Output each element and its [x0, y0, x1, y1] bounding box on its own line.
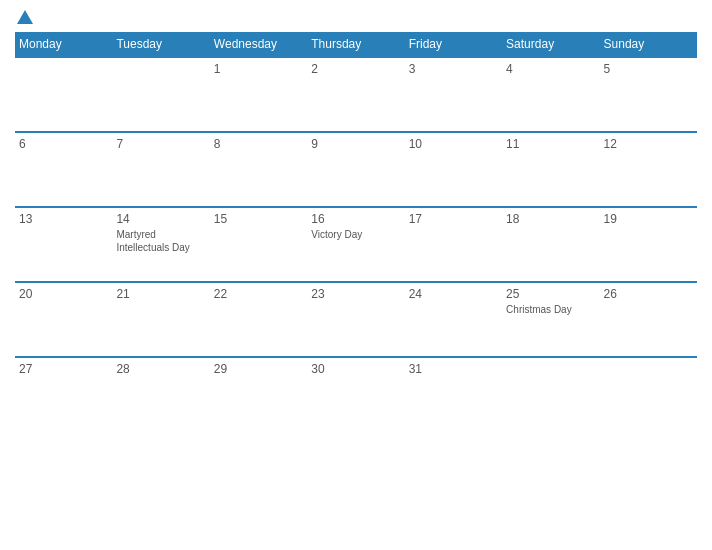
- calendar-cell: 4: [502, 57, 599, 132]
- day-number: 12: [604, 137, 693, 151]
- week-row-0: 12345: [15, 57, 697, 132]
- weekday-header-wednesday: Wednesday: [210, 32, 307, 57]
- day-number: 14: [116, 212, 205, 226]
- calendar-cell: 19: [600, 207, 697, 282]
- calendar-cell: 20: [15, 282, 112, 357]
- calendar-cell: 16Victory Day: [307, 207, 404, 282]
- calendar-cell: [600, 357, 697, 432]
- day-number: 20: [19, 287, 108, 301]
- calendar-cell: 10: [405, 132, 502, 207]
- calendar-cell: 3: [405, 57, 502, 132]
- week-row-2: 1314Martyred Intellectuals Day1516Victor…: [15, 207, 697, 282]
- day-number: 6: [19, 137, 108, 151]
- day-number: 1: [214, 62, 303, 76]
- calendar-cell: [112, 57, 209, 132]
- weekday-header-saturday: Saturday: [502, 32, 599, 57]
- week-row-4: 2728293031: [15, 357, 697, 432]
- calendar-cell: 13: [15, 207, 112, 282]
- calendar-cell: 28: [112, 357, 209, 432]
- calendar-cell: 26: [600, 282, 697, 357]
- day-number: 30: [311, 362, 400, 376]
- day-number: 21: [116, 287, 205, 301]
- day-number: 31: [409, 362, 498, 376]
- calendar-cell: 11: [502, 132, 599, 207]
- day-number: 15: [214, 212, 303, 226]
- day-number: 11: [506, 137, 595, 151]
- day-number: 13: [19, 212, 108, 226]
- calendar-cell: 1: [210, 57, 307, 132]
- weekday-header-friday: Friday: [405, 32, 502, 57]
- logo: [15, 10, 35, 24]
- week-row-3: 202122232425Christmas Day26: [15, 282, 697, 357]
- day-number: 23: [311, 287, 400, 301]
- calendar-cell: 15: [210, 207, 307, 282]
- day-number: 16: [311, 212, 400, 226]
- logo-triangle-icon: [17, 10, 33, 24]
- calendar-cell: 21: [112, 282, 209, 357]
- day-number: 9: [311, 137, 400, 151]
- day-number: 3: [409, 62, 498, 76]
- weekday-header-row: MondayTuesdayWednesdayThursdayFridaySatu…: [15, 32, 697, 57]
- calendar-cell: 5: [600, 57, 697, 132]
- calendar-cell: 30: [307, 357, 404, 432]
- day-number: 26: [604, 287, 693, 301]
- day-number: 17: [409, 212, 498, 226]
- calendar-cell: 12: [600, 132, 697, 207]
- calendar-container: MondayTuesdayWednesdayThursdayFridaySatu…: [0, 0, 712, 550]
- calendar-cell: 31: [405, 357, 502, 432]
- calendar-cell: 27: [15, 357, 112, 432]
- calendar-cell: 24: [405, 282, 502, 357]
- day-number: 18: [506, 212, 595, 226]
- calendar-cell: 18: [502, 207, 599, 282]
- calendar-cell: [15, 57, 112, 132]
- day-number: 24: [409, 287, 498, 301]
- day-number: 5: [604, 62, 693, 76]
- calendar-cell: 8: [210, 132, 307, 207]
- day-number: 28: [116, 362, 205, 376]
- week-row-1: 6789101112: [15, 132, 697, 207]
- calendar-header: [15, 10, 697, 24]
- day-number: 22: [214, 287, 303, 301]
- day-number: 25: [506, 287, 595, 301]
- calendar-cell: 9: [307, 132, 404, 207]
- day-number: 19: [604, 212, 693, 226]
- day-number: 7: [116, 137, 205, 151]
- calendar-cell: 6: [15, 132, 112, 207]
- holiday-name: Christmas Day: [506, 303, 595, 316]
- day-number: 27: [19, 362, 108, 376]
- calendar-grid: MondayTuesdayWednesdayThursdayFridaySatu…: [15, 32, 697, 432]
- calendar-cell: 17: [405, 207, 502, 282]
- calendar-cell: [502, 357, 599, 432]
- day-number: 8: [214, 137, 303, 151]
- day-number: 4: [506, 62, 595, 76]
- day-number: 29: [214, 362, 303, 376]
- calendar-cell: 23: [307, 282, 404, 357]
- weekday-header-sunday: Sunday: [600, 32, 697, 57]
- calendar-cell: 7: [112, 132, 209, 207]
- day-number: 2: [311, 62, 400, 76]
- calendar-cell: 29: [210, 357, 307, 432]
- weekday-header-thursday: Thursday: [307, 32, 404, 57]
- calendar-cell: 25Christmas Day: [502, 282, 599, 357]
- calendar-cell: 2: [307, 57, 404, 132]
- weekday-header-tuesday: Tuesday: [112, 32, 209, 57]
- holiday-name: Victory Day: [311, 228, 400, 241]
- weekday-header-monday: Monday: [15, 32, 112, 57]
- calendar-cell: 14Martyred Intellectuals Day: [112, 207, 209, 282]
- calendar-cell: 22: [210, 282, 307, 357]
- holiday-name: Martyred Intellectuals Day: [116, 228, 205, 254]
- day-number: 10: [409, 137, 498, 151]
